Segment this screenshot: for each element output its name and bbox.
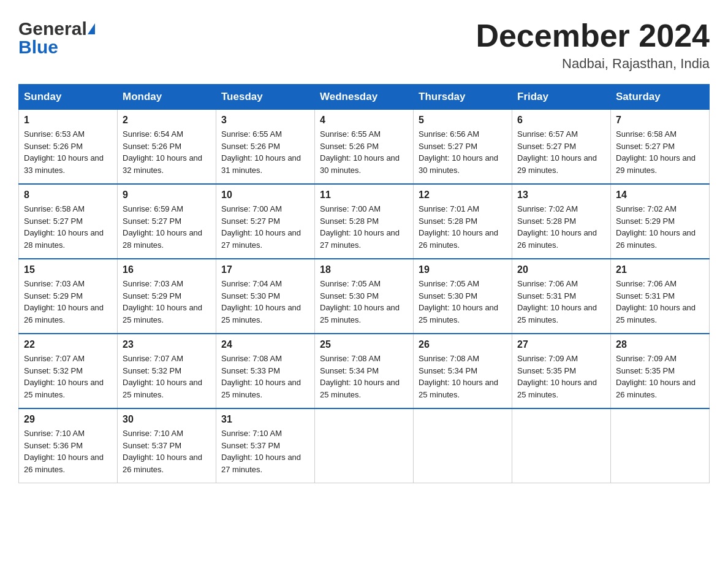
calendar-day-cell: 4Sunrise: 6:55 AMSunset: 5:26 PMDaylight… <box>315 110 414 185</box>
day-number: 6 <box>517 115 605 126</box>
sunrise-text: Sunrise: 6:55 AM <box>320 129 381 139</box>
day-number: 24 <box>221 339 309 350</box>
sunrise-text: Sunrise: 6:56 AM <box>419 129 479 139</box>
day-number: 27 <box>517 339 605 350</box>
daylight-text: Daylight: 10 hours and 25 minutes. <box>123 378 202 399</box>
sunrise-text: Sunrise: 6:59 AM <box>123 204 183 213</box>
calendar-day-cell: 26Sunrise: 7:08 AMSunset: 5:34 PMDayligh… <box>414 334 512 408</box>
day-info: Sunrise: 7:07 AMSunset: 5:32 PMDaylight:… <box>24 353 112 400</box>
sunset-text: Sunset: 5:26 PM <box>221 142 280 151</box>
daylight-text: Daylight: 10 hours and 29 minutes. <box>517 153 597 175</box>
calendar-day-cell: 28Sunrise: 7:09 AMSunset: 5:35 PMDayligh… <box>611 334 710 408</box>
sunrise-text: Sunrise: 7:00 AM <box>221 204 282 213</box>
day-number: 5 <box>419 115 507 126</box>
calendar-day-cell: 10Sunrise: 7:00 AMSunset: 5:27 PMDayligh… <box>216 184 315 259</box>
title-block: December 2024 Nadbai, Rajasthan, India <box>476 18 710 72</box>
calendar-day-cell: 8Sunrise: 6:58 AMSunset: 5:27 PMDaylight… <box>19 184 118 259</box>
calendar-day-cell: 16Sunrise: 7:03 AMSunset: 5:29 PMDayligh… <box>118 259 216 334</box>
sunrise-text: Sunrise: 7:10 AM <box>123 429 183 438</box>
day-info: Sunrise: 7:00 AMSunset: 5:28 PMDaylight:… <box>320 203 408 251</box>
calendar-day-cell: 22Sunrise: 7:07 AMSunset: 5:32 PMDayligh… <box>19 334 118 408</box>
sunrise-text: Sunrise: 7:08 AM <box>320 354 381 363</box>
sunset-text: Sunset: 5:26 PM <box>123 142 181 151</box>
daylight-text: Daylight: 10 hours and 25 minutes. <box>221 303 301 324</box>
sunrise-text: Sunrise: 7:09 AM <box>616 354 677 363</box>
day-number: 7 <box>616 115 704 126</box>
sunset-text: Sunset: 5:26 PM <box>320 142 379 151</box>
calendar-day-cell: 18Sunrise: 7:05 AMSunset: 5:30 PMDayligh… <box>315 259 414 334</box>
calendar-day-cell: 5Sunrise: 6:56 AMSunset: 5:27 PMDaylight… <box>414 110 512 185</box>
day-number: 12 <box>419 190 507 201</box>
calendar-day-cell: 7Sunrise: 6:58 AMSunset: 5:27 PMDaylight… <box>611 110 710 185</box>
daylight-text: Daylight: 10 hours and 25 minutes. <box>320 378 400 399</box>
day-number: 31 <box>221 414 309 425</box>
day-info: Sunrise: 6:54 AMSunset: 5:26 PMDaylight:… <box>123 128 211 176</box>
day-info: Sunrise: 7:10 AMSunset: 5:36 PMDaylight:… <box>24 427 112 475</box>
sunrise-text: Sunrise: 7:05 AM <box>419 279 479 288</box>
day-info: Sunrise: 7:08 AMSunset: 5:33 PMDaylight:… <box>221 353 309 400</box>
day-number: 16 <box>123 264 211 275</box>
sunset-text: Sunset: 5:35 PM <box>616 366 675 375</box>
daylight-text: Daylight: 10 hours and 27 minutes. <box>221 228 301 250</box>
sunset-text: Sunset: 5:32 PM <box>123 366 181 375</box>
day-number: 18 <box>320 264 408 275</box>
sunrise-text: Sunrise: 6:53 AM <box>24 129 85 139</box>
day-number: 26 <box>419 339 507 350</box>
column-header-monday: Monday <box>118 85 216 110</box>
calendar-week-row: 22Sunrise: 7:07 AMSunset: 5:32 PMDayligh… <box>19 334 710 408</box>
daylight-text: Daylight: 10 hours and 29 minutes. <box>616 153 696 175</box>
sunset-text: Sunset: 5:36 PM <box>24 441 83 450</box>
calendar-day-cell: 20Sunrise: 7:06 AMSunset: 5:31 PMDayligh… <box>512 259 611 334</box>
column-header-friday: Friday <box>512 85 611 110</box>
sunset-text: Sunset: 5:30 PM <box>419 291 477 301</box>
calendar-day-cell: 31Sunrise: 7:10 AMSunset: 5:37 PMDayligh… <box>216 408 315 483</box>
sunset-text: Sunset: 5:35 PM <box>517 366 576 375</box>
sunset-text: Sunset: 5:28 PM <box>419 216 477 226</box>
calendar-day-cell: 13Sunrise: 7:02 AMSunset: 5:28 PMDayligh… <box>512 184 611 259</box>
day-number: 3 <box>221 115 309 126</box>
daylight-text: Daylight: 10 hours and 25 minutes. <box>24 378 104 399</box>
day-number: 15 <box>24 264 112 275</box>
day-number: 11 <box>320 190 408 201</box>
day-info: Sunrise: 7:05 AMSunset: 5:30 PMDaylight:… <box>419 278 507 326</box>
column-header-tuesday: Tuesday <box>216 85 315 110</box>
day-info: Sunrise: 6:57 AMSunset: 5:27 PMDaylight:… <box>517 128 605 176</box>
calendar-day-cell <box>315 408 414 483</box>
daylight-text: Daylight: 10 hours and 32 minutes. <box>123 153 202 175</box>
day-number: 9 <box>123 190 211 201</box>
sunrise-text: Sunrise: 7:07 AM <box>24 354 85 363</box>
day-info: Sunrise: 7:09 AMSunset: 5:35 PMDaylight:… <box>616 353 704 400</box>
day-number: 25 <box>320 339 408 350</box>
sunset-text: Sunset: 5:37 PM <box>123 441 181 450</box>
sunrise-text: Sunrise: 7:10 AM <box>221 429 282 438</box>
sunrise-text: Sunrise: 7:02 AM <box>616 204 677 213</box>
sunrise-text: Sunrise: 6:58 AM <box>24 204 85 213</box>
sunset-text: Sunset: 5:30 PM <box>221 291 280 301</box>
calendar-table: SundayMondayTuesdayWednesdayThursdayFrid… <box>18 84 710 483</box>
sunrise-text: Sunrise: 7:09 AM <box>517 354 578 363</box>
day-info: Sunrise: 7:09 AMSunset: 5:35 PMDaylight:… <box>517 353 605 400</box>
day-number: 2 <box>123 115 211 126</box>
day-info: Sunrise: 7:01 AMSunset: 5:28 PMDaylight:… <box>419 203 507 251</box>
calendar-day-cell: 9Sunrise: 6:59 AMSunset: 5:27 PMDaylight… <box>118 184 216 259</box>
sunset-text: Sunset: 5:28 PM <box>517 216 576 226</box>
day-number: 14 <box>616 190 704 201</box>
sunrise-text: Sunrise: 7:00 AM <box>320 204 381 213</box>
sunrise-text: Sunrise: 7:10 AM <box>24 429 85 438</box>
day-info: Sunrise: 6:58 AMSunset: 5:27 PMDaylight:… <box>24 203 112 251</box>
sunrise-text: Sunrise: 7:03 AM <box>123 279 183 288</box>
daylight-text: Daylight: 10 hours and 25 minutes. <box>419 303 498 324</box>
calendar-day-cell: 29Sunrise: 7:10 AMSunset: 5:36 PMDayligh… <box>19 408 118 483</box>
column-header-sunday: Sunday <box>19 85 118 110</box>
day-info: Sunrise: 7:08 AMSunset: 5:34 PMDaylight:… <box>419 353 507 400</box>
sunset-text: Sunset: 5:34 PM <box>320 366 379 375</box>
calendar-day-cell <box>611 408 710 483</box>
daylight-text: Daylight: 10 hours and 27 minutes. <box>320 228 400 250</box>
sunset-text: Sunset: 5:31 PM <box>517 291 576 301</box>
calendar-day-cell: 11Sunrise: 7:00 AMSunset: 5:28 PMDayligh… <box>315 184 414 259</box>
sunset-text: Sunset: 5:31 PM <box>616 291 675 301</box>
sunset-text: Sunset: 5:37 PM <box>221 441 280 450</box>
daylight-text: Daylight: 10 hours and 26 minutes. <box>419 228 498 250</box>
sunrise-text: Sunrise: 7:02 AM <box>517 204 578 213</box>
sunset-text: Sunset: 5:27 PM <box>24 216 83 226</box>
